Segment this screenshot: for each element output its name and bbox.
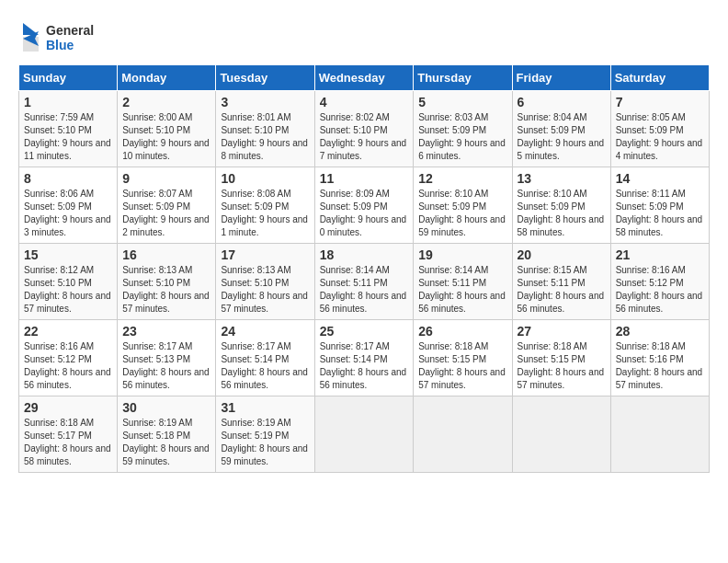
day-number: 7: [616, 95, 704, 109]
calendar-cell: 20Sunrise: 8:15 AMSunset: 5:11 PMDayligh…: [512, 244, 610, 320]
day-number: 22: [24, 324, 112, 339]
calendar-cell: 1Sunrise: 7:59 AMSunset: 5:10 PMDaylight…: [19, 91, 118, 167]
day-info: Sunrise: 8:11 AMSunset: 5:09 PMDaylight:…: [616, 188, 704, 239]
calendar-cell: 23Sunrise: 8:17 AMSunset: 5:13 PMDayligh…: [118, 320, 216, 396]
day-number: 6: [518, 95, 606, 109]
calendar-cell: [414, 396, 512, 473]
day-number: 16: [122, 247, 210, 262]
day-info: Sunrise: 8:10 AMSunset: 5:09 PMDaylight:…: [518, 188, 606, 239]
day-info: Sunrise: 8:17 AMSunset: 5:14 PMDaylight:…: [221, 340, 309, 392]
day-number: 12: [418, 171, 506, 186]
day-info: Sunrise: 8:01 AMSunset: 5:10 PMDaylight:…: [221, 111, 309, 163]
calendar-cell: 25Sunrise: 8:17 AMSunset: 5:14 PMDayligh…: [314, 320, 414, 396]
calendar-cell: 21Sunrise: 8:16 AMSunset: 5:12 PMDayligh…: [610, 244, 709, 320]
calendar-cell: [512, 396, 610, 473]
day-info: Sunrise: 8:05 AMSunset: 5:09 PMDaylight:…: [616, 111, 704, 163]
day-info: Sunrise: 8:12 AMSunset: 5:10 PMDaylight:…: [24, 264, 112, 316]
calendar-cell: 10Sunrise: 8:08 AMSunset: 5:09 PMDayligh…: [216, 167, 314, 244]
calendar-cell: 14Sunrise: 8:11 AMSunset: 5:09 PMDayligh…: [610, 167, 709, 244]
day-info: Sunrise: 8:07 AMSunset: 5:09 PMDaylight:…: [122, 188, 210, 239]
weekday-header-friday: Friday: [512, 65, 610, 91]
weekday-header-monday: Monday: [118, 65, 216, 91]
day-number: 28: [616, 324, 704, 339]
day-number: 24: [221, 324, 309, 339]
day-info: Sunrise: 8:10 AMSunset: 5:09 PMDaylight:…: [418, 188, 506, 239]
day-number: 13: [518, 171, 606, 186]
calendar-week-3: 15Sunrise: 8:12 AMSunset: 5:10 PMDayligh…: [19, 244, 710, 320]
day-number: 27: [518, 324, 606, 339]
day-info: Sunrise: 8:09 AMSunset: 5:09 PMDaylight:…: [320, 188, 409, 239]
weekday-header-thursday: Thursday: [414, 65, 512, 91]
day-info: Sunrise: 8:13 AMSunset: 5:10 PMDaylight:…: [221, 264, 309, 316]
day-info: Sunrise: 8:17 AMSunset: 5:13 PMDaylight:…: [122, 340, 210, 392]
logo-svg: General Blue: [18, 18, 101, 55]
calendar-cell: 11Sunrise: 8:09 AMSunset: 5:09 PMDayligh…: [314, 167, 414, 244]
day-info: Sunrise: 7:59 AMSunset: 5:10 PMDaylight:…: [24, 111, 112, 163]
day-info: Sunrise: 8:04 AMSunset: 5:09 PMDaylight:…: [518, 111, 606, 163]
day-number: 10: [221, 171, 309, 186]
day-number: 4: [320, 95, 409, 109]
day-info: Sunrise: 8:19 AMSunset: 5:18 PMDaylight:…: [122, 417, 210, 468]
calendar-cell: 18Sunrise: 8:14 AMSunset: 5:11 PMDayligh…: [314, 244, 414, 320]
day-info: Sunrise: 8:15 AMSunset: 5:11 PMDaylight:…: [518, 264, 606, 316]
calendar-cell: 12Sunrise: 8:10 AMSunset: 5:09 PMDayligh…: [414, 167, 512, 244]
calendar-cell: 29Sunrise: 8:18 AMSunset: 5:17 PMDayligh…: [19, 396, 118, 473]
calendar-cell: 17Sunrise: 8:13 AMSunset: 5:10 PMDayligh…: [216, 244, 314, 320]
day-info: Sunrise: 8:16 AMSunset: 5:12 PMDaylight:…: [24, 340, 112, 392]
day-info: Sunrise: 8:08 AMSunset: 5:09 PMDaylight:…: [221, 188, 309, 239]
day-info: Sunrise: 8:18 AMSunset: 5:15 PMDaylight:…: [418, 340, 506, 392]
calendar-cell: 2Sunrise: 8:00 AMSunset: 5:10 PMDaylight…: [118, 91, 216, 167]
day-number: 26: [418, 324, 506, 339]
calendar-week-1: 1Sunrise: 7:59 AMSunset: 5:10 PMDaylight…: [19, 91, 710, 167]
day-info: Sunrise: 8:18 AMSunset: 5:16 PMDaylight:…: [616, 340, 704, 392]
svg-text:Blue: Blue: [46, 38, 74, 52]
day-number: 14: [616, 171, 704, 186]
calendar-cell: 22Sunrise: 8:16 AMSunset: 5:12 PMDayligh…: [19, 320, 118, 396]
day-number: 11: [320, 171, 409, 186]
day-number: 8: [24, 171, 112, 186]
calendar-cell: 3Sunrise: 8:01 AMSunset: 5:10 PMDaylight…: [216, 91, 314, 167]
calendar-cell: 13Sunrise: 8:10 AMSunset: 5:09 PMDayligh…: [512, 167, 610, 244]
day-number: 9: [122, 171, 210, 186]
day-number: 18: [320, 247, 409, 262]
day-info: Sunrise: 8:03 AMSunset: 5:09 PMDaylight:…: [418, 111, 506, 163]
calendar-cell: 26Sunrise: 8:18 AMSunset: 5:15 PMDayligh…: [414, 320, 512, 396]
calendar-cell: 31Sunrise: 8:19 AMSunset: 5:19 PMDayligh…: [216, 396, 314, 473]
day-number: 5: [418, 95, 506, 109]
day-number: 15: [24, 247, 112, 262]
day-number: 23: [122, 324, 210, 339]
calendar-cell: [610, 396, 709, 473]
day-number: 30: [122, 400, 210, 415]
day-info: Sunrise: 8:17 AMSunset: 5:14 PMDaylight:…: [320, 340, 409, 392]
calendar-cell: 28Sunrise: 8:18 AMSunset: 5:16 PMDayligh…: [610, 320, 709, 396]
day-number: 3: [221, 95, 309, 109]
day-number: 2: [122, 95, 210, 109]
svg-text:General: General: [46, 23, 94, 38]
page-header: General Blue: [18, 18, 710, 55]
day-number: 29: [24, 400, 112, 415]
day-number: 21: [616, 247, 704, 262]
day-info: Sunrise: 8:13 AMSunset: 5:10 PMDaylight:…: [122, 264, 210, 316]
calendar-cell: 9Sunrise: 8:07 AMSunset: 5:09 PMDaylight…: [118, 167, 216, 244]
weekday-header-sunday: Sunday: [19, 65, 118, 91]
calendar-cell: 15Sunrise: 8:12 AMSunset: 5:10 PMDayligh…: [19, 244, 118, 320]
calendar-cell: 6Sunrise: 8:04 AMSunset: 5:09 PMDaylight…: [512, 91, 610, 167]
calendar-cell: 19Sunrise: 8:14 AMSunset: 5:11 PMDayligh…: [414, 244, 512, 320]
day-number: 1: [24, 95, 112, 109]
calendar-cell: 30Sunrise: 8:19 AMSunset: 5:18 PMDayligh…: [118, 396, 216, 473]
calendar-cell: 27Sunrise: 8:18 AMSunset: 5:15 PMDayligh…: [512, 320, 610, 396]
day-info: Sunrise: 8:02 AMSunset: 5:10 PMDaylight:…: [320, 111, 409, 163]
calendar-week-4: 22Sunrise: 8:16 AMSunset: 5:12 PMDayligh…: [19, 320, 710, 396]
calendar-cell: 5Sunrise: 8:03 AMSunset: 5:09 PMDaylight…: [414, 91, 512, 167]
day-info: Sunrise: 8:18 AMSunset: 5:15 PMDaylight:…: [518, 340, 606, 392]
day-info: Sunrise: 8:06 AMSunset: 5:09 PMDaylight:…: [24, 188, 112, 239]
calendar-week-5: 29Sunrise: 8:18 AMSunset: 5:17 PMDayligh…: [19, 396, 710, 473]
calendar-table: SundayMondayTuesdayWednesdayThursdayFrid…: [18, 64, 710, 473]
calendar-cell: 7Sunrise: 8:05 AMSunset: 5:09 PMDaylight…: [610, 91, 709, 167]
day-number: 25: [320, 324, 409, 339]
logo: General Blue: [18, 18, 101, 55]
calendar-cell: 4Sunrise: 8:02 AMSunset: 5:10 PMDaylight…: [314, 91, 414, 167]
calendar-cell: [314, 396, 414, 473]
day-info: Sunrise: 8:19 AMSunset: 5:19 PMDaylight:…: [221, 417, 309, 468]
day-info: Sunrise: 8:00 AMSunset: 5:10 PMDaylight:…: [122, 111, 210, 163]
